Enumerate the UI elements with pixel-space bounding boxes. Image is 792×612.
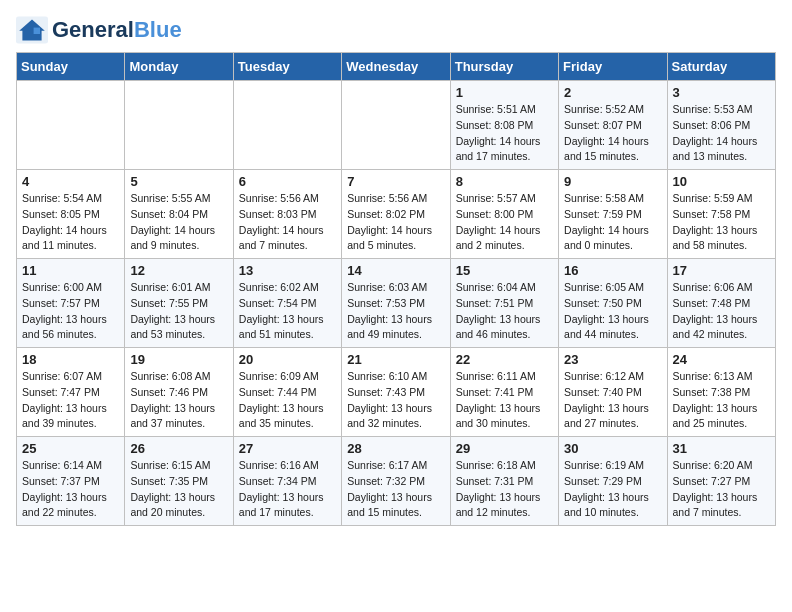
day-number: 31	[673, 441, 770, 456]
calendar-cell: 19 Sunrise: 6:08 AMSunset: 7:46 PMDaylig…	[125, 348, 233, 437]
day-number: 17	[673, 263, 770, 278]
day-info: Sunrise: 5:56 AMSunset: 8:02 PMDaylight:…	[347, 191, 444, 254]
calendar-cell: 9 Sunrise: 5:58 AMSunset: 7:59 PMDayligh…	[559, 170, 667, 259]
calendar-table: SundayMondayTuesdayWednesdayThursdayFrid…	[16, 52, 776, 526]
calendar-cell: 22 Sunrise: 6:11 AMSunset: 7:41 PMDaylig…	[450, 348, 558, 437]
day-number: 30	[564, 441, 661, 456]
day-info: Sunrise: 6:08 AMSunset: 7:46 PMDaylight:…	[130, 369, 227, 432]
calendar-cell	[17, 81, 125, 170]
day-number: 28	[347, 441, 444, 456]
calendar-week-row: 1 Sunrise: 5:51 AMSunset: 8:08 PMDayligh…	[17, 81, 776, 170]
day-info: Sunrise: 6:06 AMSunset: 7:48 PMDaylight:…	[673, 280, 770, 343]
day-number: 11	[22, 263, 119, 278]
day-info: Sunrise: 6:11 AMSunset: 7:41 PMDaylight:…	[456, 369, 553, 432]
day-number: 25	[22, 441, 119, 456]
calendar-cell: 28 Sunrise: 6:17 AMSunset: 7:32 PMDaylig…	[342, 437, 450, 526]
day-number: 15	[456, 263, 553, 278]
calendar-cell: 14 Sunrise: 6:03 AMSunset: 7:53 PMDaylig…	[342, 259, 450, 348]
calendar-cell: 2 Sunrise: 5:52 AMSunset: 8:07 PMDayligh…	[559, 81, 667, 170]
day-info: Sunrise: 6:10 AMSunset: 7:43 PMDaylight:…	[347, 369, 444, 432]
logo-text: GeneralBlue	[52, 19, 182, 41]
calendar-cell: 13 Sunrise: 6:02 AMSunset: 7:54 PMDaylig…	[233, 259, 341, 348]
weekday-header-saturday: Saturday	[667, 53, 775, 81]
day-number: 23	[564, 352, 661, 367]
day-info: Sunrise: 5:54 AMSunset: 8:05 PMDaylight:…	[22, 191, 119, 254]
day-info: Sunrise: 6:14 AMSunset: 7:37 PMDaylight:…	[22, 458, 119, 521]
calendar-header: SundayMondayTuesdayWednesdayThursdayFrid…	[17, 53, 776, 81]
weekday-header-wednesday: Wednesday	[342, 53, 450, 81]
day-info: Sunrise: 6:03 AMSunset: 7:53 PMDaylight:…	[347, 280, 444, 343]
calendar-cell: 15 Sunrise: 6:04 AMSunset: 7:51 PMDaylig…	[450, 259, 558, 348]
calendar-cell: 23 Sunrise: 6:12 AMSunset: 7:40 PMDaylig…	[559, 348, 667, 437]
day-number: 8	[456, 174, 553, 189]
page-header: GeneralBlue	[16, 16, 776, 44]
day-info: Sunrise: 6:00 AMSunset: 7:57 PMDaylight:…	[22, 280, 119, 343]
calendar-cell: 10 Sunrise: 5:59 AMSunset: 7:58 PMDaylig…	[667, 170, 775, 259]
calendar-cell: 4 Sunrise: 5:54 AMSunset: 8:05 PMDayligh…	[17, 170, 125, 259]
calendar-cell	[125, 81, 233, 170]
calendar-cell: 21 Sunrise: 6:10 AMSunset: 7:43 PMDaylig…	[342, 348, 450, 437]
calendar-cell: 17 Sunrise: 6:06 AMSunset: 7:48 PMDaylig…	[667, 259, 775, 348]
calendar-cell: 18 Sunrise: 6:07 AMSunset: 7:47 PMDaylig…	[17, 348, 125, 437]
day-number: 6	[239, 174, 336, 189]
day-number: 7	[347, 174, 444, 189]
day-number: 2	[564, 85, 661, 100]
day-number: 18	[22, 352, 119, 367]
calendar-cell: 27 Sunrise: 6:16 AMSunset: 7:34 PMDaylig…	[233, 437, 341, 526]
calendar-cell: 5 Sunrise: 5:55 AMSunset: 8:04 PMDayligh…	[125, 170, 233, 259]
calendar-cell: 6 Sunrise: 5:56 AMSunset: 8:03 PMDayligh…	[233, 170, 341, 259]
calendar-cell: 7 Sunrise: 5:56 AMSunset: 8:02 PMDayligh…	[342, 170, 450, 259]
day-number: 12	[130, 263, 227, 278]
day-number: 19	[130, 352, 227, 367]
weekday-header-monday: Monday	[125, 53, 233, 81]
weekday-header-thursday: Thursday	[450, 53, 558, 81]
day-info: Sunrise: 6:12 AMSunset: 7:40 PMDaylight:…	[564, 369, 661, 432]
calendar-week-row: 18 Sunrise: 6:07 AMSunset: 7:47 PMDaylig…	[17, 348, 776, 437]
day-number: 13	[239, 263, 336, 278]
calendar-cell: 25 Sunrise: 6:14 AMSunset: 7:37 PMDaylig…	[17, 437, 125, 526]
calendar-cell: 3 Sunrise: 5:53 AMSunset: 8:06 PMDayligh…	[667, 81, 775, 170]
calendar-cell: 30 Sunrise: 6:19 AMSunset: 7:29 PMDaylig…	[559, 437, 667, 526]
day-info: Sunrise: 5:56 AMSunset: 8:03 PMDaylight:…	[239, 191, 336, 254]
day-number: 9	[564, 174, 661, 189]
logo: GeneralBlue	[16, 16, 182, 44]
calendar-cell: 12 Sunrise: 6:01 AMSunset: 7:55 PMDaylig…	[125, 259, 233, 348]
day-info: Sunrise: 5:59 AMSunset: 7:58 PMDaylight:…	[673, 191, 770, 254]
day-info: Sunrise: 5:58 AMSunset: 7:59 PMDaylight:…	[564, 191, 661, 254]
weekday-header-tuesday: Tuesday	[233, 53, 341, 81]
day-info: Sunrise: 6:04 AMSunset: 7:51 PMDaylight:…	[456, 280, 553, 343]
day-info: Sunrise: 6:05 AMSunset: 7:50 PMDaylight:…	[564, 280, 661, 343]
day-number: 20	[239, 352, 336, 367]
day-number: 1	[456, 85, 553, 100]
day-number: 5	[130, 174, 227, 189]
calendar-cell: 24 Sunrise: 6:13 AMSunset: 7:38 PMDaylig…	[667, 348, 775, 437]
day-info: Sunrise: 6:07 AMSunset: 7:47 PMDaylight:…	[22, 369, 119, 432]
calendar-cell: 26 Sunrise: 6:15 AMSunset: 7:35 PMDaylig…	[125, 437, 233, 526]
day-info: Sunrise: 5:57 AMSunset: 8:00 PMDaylight:…	[456, 191, 553, 254]
calendar-cell	[342, 81, 450, 170]
calendar-cell: 11 Sunrise: 6:00 AMSunset: 7:57 PMDaylig…	[17, 259, 125, 348]
day-number: 4	[22, 174, 119, 189]
day-number: 27	[239, 441, 336, 456]
svg-marker-2	[34, 28, 40, 34]
day-info: Sunrise: 5:55 AMSunset: 8:04 PMDaylight:…	[130, 191, 227, 254]
weekday-header-friday: Friday	[559, 53, 667, 81]
day-info: Sunrise: 6:13 AMSunset: 7:38 PMDaylight:…	[673, 369, 770, 432]
weekday-header-sunday: Sunday	[17, 53, 125, 81]
day-number: 10	[673, 174, 770, 189]
day-info: Sunrise: 6:09 AMSunset: 7:44 PMDaylight:…	[239, 369, 336, 432]
calendar-cell: 1 Sunrise: 5:51 AMSunset: 8:08 PMDayligh…	[450, 81, 558, 170]
day-info: Sunrise: 6:17 AMSunset: 7:32 PMDaylight:…	[347, 458, 444, 521]
day-number: 22	[456, 352, 553, 367]
day-number: 29	[456, 441, 553, 456]
day-number: 16	[564, 263, 661, 278]
day-info: Sunrise: 6:15 AMSunset: 7:35 PMDaylight:…	[130, 458, 227, 521]
calendar-cell: 8 Sunrise: 5:57 AMSunset: 8:00 PMDayligh…	[450, 170, 558, 259]
day-number: 14	[347, 263, 444, 278]
day-number: 24	[673, 352, 770, 367]
calendar-cell: 29 Sunrise: 6:18 AMSunset: 7:31 PMDaylig…	[450, 437, 558, 526]
day-info: Sunrise: 6:16 AMSunset: 7:34 PMDaylight:…	[239, 458, 336, 521]
day-info: Sunrise: 6:20 AMSunset: 7:27 PMDaylight:…	[673, 458, 770, 521]
calendar-week-row: 25 Sunrise: 6:14 AMSunset: 7:37 PMDaylig…	[17, 437, 776, 526]
day-number: 21	[347, 352, 444, 367]
